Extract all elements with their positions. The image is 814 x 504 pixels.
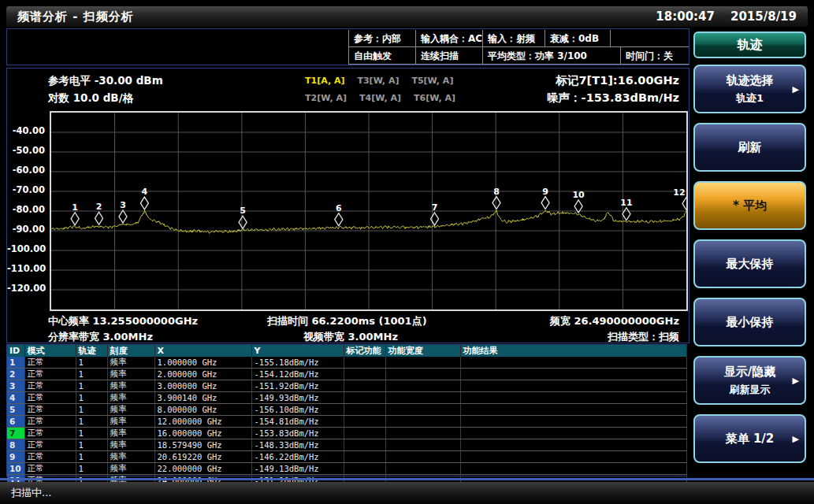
- table-cell-y: -155.18dBm/Hz: [251, 357, 344, 369]
- table-row[interactable]: 7正常1频率16.000000 GHz-153.83dBm/Hz: [7, 428, 686, 439]
- table-cell-x: 20.619220 GHz: [154, 451, 251, 463]
- table-cell-trace: 1: [76, 369, 107, 380]
- sidebar-button-1[interactable]: 轨迹选择轨迹1▶: [693, 65, 806, 113]
- marker-diamond[interactable]: [119, 210, 127, 223]
- table-cell-scale: 频率: [107, 369, 154, 380]
- sidebar-button-label: 菜单 1/2: [726, 432, 775, 447]
- trace-indicators-row1: T1[A, A]T3[W, A]T5[W, A]: [305, 76, 453, 86]
- table-row[interactable]: 2正常1频率2.000000 GHz-154.12dBm/Hz: [7, 369, 686, 380]
- table-cell-width: [385, 439, 460, 451]
- bottom-accent-line: [0, 478, 814, 480]
- submenu-arrow-icon: ▶: [793, 376, 799, 386]
- table-cell-id: 6: [7, 416, 24, 428]
- marker-diamond[interactable]: [140, 197, 148, 209]
- chart-panel: 参考电平 -30.00 dBm 对数 10.0 dB/格 T1[A, A]T3[…: [6, 68, 689, 343]
- table-row[interactable]: 6正常1频率12.000000 GHz-154.81dBm/Hz: [7, 416, 686, 428]
- marker-table-header: 刻度: [107, 345, 154, 357]
- y-axis-tick-label: -100.00: [7, 243, 45, 254]
- marker-diamond[interactable]: [431, 213, 439, 225]
- marker-diamond[interactable]: [541, 197, 549, 209]
- plot-area[interactable]: 123456789101112: [50, 111, 688, 311]
- table-cell-width: [385, 357, 460, 369]
- table-row[interactable]: 8正常1频率18.579490 GHz-148.33dBm/Hz: [7, 439, 686, 451]
- submenu-arrow-icon: ▶: [793, 434, 799, 444]
- setting-cell: [610, 30, 689, 47]
- setting-cell: 参考：内部: [348, 30, 415, 47]
- y-axis-tick-label: -90.00: [7, 224, 45, 235]
- table-cell-y: -148.33dBm/Hz: [251, 439, 344, 451]
- table-cell-trace: 1: [76, 439, 107, 451]
- table-cell-trace: 1: [76, 463, 107, 475]
- sidebar-button-5[interactable]: 最小保持: [693, 298, 806, 346]
- marker-number: 5: [240, 206, 246, 216]
- app-title: 频谱分析 - 扫频分析: [17, 9, 134, 24]
- table-cell-width: [385, 404, 460, 416]
- sidebar-button-6[interactable]: 显示/隐藏刷新显示▶: [693, 356, 806, 405]
- y-axis-tick-label: -80.00: [7, 204, 45, 215]
- spectrum-analyzer-screen: 频谱分析 - 扫频分析 18:00:47 2015/8/19 参考：内部输入耦合…: [0, 0, 814, 504]
- marker-table-header: ID: [7, 345, 24, 357]
- title-bar: 频谱分析 - 扫频分析 18:00:47 2015/8/19: [6, 6, 808, 27]
- marker-table: ID模式轨迹刻度XY标记功能功能宽度功能结果 1正常1频率1.000000 GH…: [7, 345, 687, 498]
- marker-number: 11: [620, 198, 632, 208]
- marker-diamond[interactable]: [623, 208, 630, 220]
- sweep-type-label: 扫描类型：扫频: [608, 330, 679, 344]
- marker-table-panel: ID模式轨迹刻度XY标记功能功能宽度功能结果 1正常1频率1.000000 GH…: [6, 344, 687, 476]
- setting-cell: 输入：射频: [482, 30, 545, 47]
- table-cell-result: [460, 439, 686, 451]
- table-cell-result: [460, 428, 686, 439]
- table-cell-trace: 1: [76, 392, 107, 404]
- table-cell-y: -151.92dBm/Hz: [251, 380, 344, 392]
- sidebar-button-3[interactable]: * 平均: [693, 181, 806, 230]
- table-cell-width: [385, 380, 460, 392]
- table-cell-scale: 频率: [107, 451, 154, 463]
- y-axis-tick-label: -60.00: [7, 165, 45, 176]
- marker-table-header: 功能宽度: [385, 345, 460, 357]
- sidebar-button-label: * 平均: [733, 198, 767, 213]
- table-cell-scale: 频率: [107, 428, 154, 439]
- table-cell-mode: 正常: [24, 439, 76, 451]
- marker-table-header: Y: [251, 345, 344, 357]
- table-row[interactable]: 3正常1频率3.000000 GHz-151.92dBm/Hz: [7, 380, 686, 392]
- table-cell-result: [460, 404, 686, 416]
- table-row[interactable]: 10正常1频率22.000000 GHz-149.13dBm/Hz: [7, 463, 686, 475]
- marker-diamond[interactable]: [682, 198, 686, 210]
- table-cell-func: [344, 463, 385, 475]
- table-row[interactable]: 1正常1频率1.000000 GHz-155.18dBm/Hz: [7, 357, 686, 369]
- marker-diamond[interactable]: [239, 216, 247, 228]
- sidebar-button-4[interactable]: 最大保持: [693, 239, 806, 288]
- marker-number: 6: [336, 203, 342, 213]
- table-cell-y: -153.83dBm/Hz: [251, 428, 344, 439]
- settings-row-1: 参考：内部输入耦合：AC输入：射频衰减：0dB: [348, 30, 689, 47]
- marker-diamond[interactable]: [492, 197, 500, 209]
- status-bar: 扫描中...: [0, 482, 814, 504]
- trace-indicator: T3[W, A]: [357, 76, 399, 86]
- table-row[interactable]: 5正常1频率8.000000 GHz-156.10dBm/Hz: [7, 404, 686, 416]
- sidebar-button-7[interactable]: 菜单 1/2▶: [693, 414, 806, 463]
- sidebar-button-label: 显示/隐藏: [724, 365, 775, 380]
- menu-title-button[interactable]: 轨迹: [693, 32, 806, 58]
- table-cell-trace: 1: [76, 404, 107, 416]
- table-row[interactable]: 4正常1频率3.900140 GHz-149.93dBm/Hz: [7, 392, 686, 404]
- table-cell-func: [344, 357, 385, 369]
- trace-indicator: T1[A, A]: [305, 76, 344, 86]
- table-cell-scale: 频率: [107, 439, 154, 451]
- marker-diamond[interactable]: [71, 213, 79, 225]
- table-cell-id: 7: [7, 428, 24, 439]
- sidebar-button-2[interactable]: 刷新: [693, 123, 806, 172]
- table-cell-mode: 正常: [24, 404, 76, 416]
- marker-diamond[interactable]: [95, 212, 103, 224]
- table-cell-result: [460, 357, 686, 369]
- table-cell-width: [385, 416, 460, 428]
- table-cell-id: 9: [7, 451, 24, 463]
- table-cell-result: [460, 463, 686, 475]
- table-cell-width: [385, 392, 460, 404]
- table-row[interactable]: 9正常1频率20.619220 GHz-146.22dBm/Hz: [7, 451, 686, 463]
- table-cell-x: 8.000000 GHz: [154, 404, 251, 416]
- noise-readout: 噪声：-153.83dBm/Hz: [547, 91, 679, 106]
- marker-diamond[interactable]: [335, 213, 343, 226]
- table-cell-trace: 1: [76, 380, 107, 392]
- table-cell-y: -154.12dBm/Hz: [251, 369, 344, 380]
- vbw-label: 视频带宽 3.00MHz: [303, 330, 398, 344]
- table-cell-width: [385, 451, 460, 463]
